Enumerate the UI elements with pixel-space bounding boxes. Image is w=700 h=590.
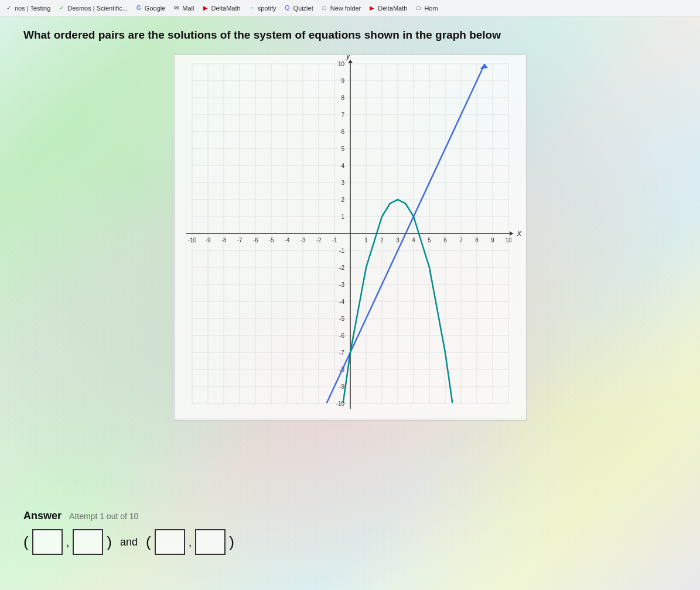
bookmark-desmos[interactable]: ✓ Desmos | Scientific... xyxy=(57,4,128,12)
bookmark-label-home: Hom xyxy=(424,5,438,12)
main-content: What ordered pairs are the solutions of … xyxy=(0,16,700,590)
bookmark-deltamath2[interactable]: ▶ DeltaMath xyxy=(368,4,407,12)
svg-text:-3: -3 xyxy=(339,282,344,288)
answer-box-1[interactable] xyxy=(32,529,63,555)
svg-text:5: 5 xyxy=(341,146,344,152)
svg-text:-1: -1 xyxy=(332,237,337,243)
svg-text:-8: -8 xyxy=(221,237,226,243)
answer-inputs: ( , ) and ( , ) xyxy=(23,529,234,555)
svg-text:-4: -4 xyxy=(284,237,289,243)
svg-text:-9: -9 xyxy=(205,237,210,243)
answer-input-1[interactable] xyxy=(33,530,62,554)
open-paren-1: ( xyxy=(23,534,29,550)
svg-text:8: 8 xyxy=(475,237,479,243)
answer-input-4[interactable] xyxy=(196,530,224,554)
svg-text:-5: -5 xyxy=(339,315,344,322)
answer-text: Answer xyxy=(23,510,62,522)
bookmark-icon-deltamath1: ▶ xyxy=(202,4,210,12)
bookmark-icon-home: □ xyxy=(414,4,422,12)
svg-text:-4: -4 xyxy=(339,299,344,305)
bookmark-label-newfolder: New folder xyxy=(330,5,361,12)
bookmark-label-mail: Mail xyxy=(182,5,194,12)
bookmark-label-desmos: Desmos | Scientific... xyxy=(67,5,128,12)
open-paren-2: ( xyxy=(146,534,151,550)
svg-text:3: 3 xyxy=(341,180,344,186)
svg-text:9: 9 xyxy=(491,237,494,243)
coordinate-graph: x y -10 -9 -8 -7 -6 -5 -4 -3 -2 -1 1 2 xyxy=(175,55,526,418)
answer-box-4[interactable] xyxy=(195,529,226,555)
bookmark-deltamath1[interactable]: ▶ DeltaMath xyxy=(202,4,241,12)
svg-text:-6: -6 xyxy=(339,332,344,339)
svg-text:2: 2 xyxy=(380,237,384,243)
svg-text:10: 10 xyxy=(505,237,512,243)
svg-text:2: 2 xyxy=(341,197,344,203)
svg-text:6: 6 xyxy=(341,129,344,135)
bookmark-icon-deltamath2: ▶ xyxy=(368,4,376,12)
bookmark-label-deltamath2: DeltaMath xyxy=(378,5,407,12)
graph-wrapper: x y -10 -9 -8 -7 -6 -5 -4 -3 -2 -1 1 2 xyxy=(174,54,527,421)
attempt-text: Attempt 1 out of 10 xyxy=(69,512,138,521)
bookmark-label-testing: nos | Testing xyxy=(15,5,50,12)
question-text: What ordered pairs are the solutions of … xyxy=(23,28,677,43)
bookmark-newfolder[interactable]: □ New folder xyxy=(320,4,361,12)
svg-text:-2: -2 xyxy=(316,237,321,243)
answer-section: Answer Attempt 1 out of 10 ( , ) and ( , xyxy=(23,510,234,555)
close-paren-2: ) xyxy=(229,534,234,550)
svg-text:4: 4 xyxy=(412,237,415,243)
bookmark-icon-quizlet: Q xyxy=(283,4,291,12)
svg-text:5: 5 xyxy=(428,237,431,243)
bookmark-icon-mail: ✉ xyxy=(172,4,180,12)
svg-text:7: 7 xyxy=(341,112,344,118)
x-axis-label: x xyxy=(517,228,522,238)
svg-text:-9: -9 xyxy=(339,383,344,390)
bookmark-label-quizlet: Quizlet xyxy=(293,5,313,12)
bookmark-label-deltamath1: DeltaMath xyxy=(211,5,241,12)
bookmark-home[interactable]: □ Hom xyxy=(414,4,438,12)
svg-text:-3: -3 xyxy=(300,237,305,243)
close-paren-1: ) xyxy=(107,534,112,550)
graph-container: x y -10 -9 -8 -7 -6 -5 -4 -3 -2 -1 1 2 xyxy=(23,54,677,421)
bookmark-icon-spotify: ○ xyxy=(248,4,256,12)
svg-text:3: 3 xyxy=(396,237,399,243)
answer-label: Answer Attempt 1 out of 10 xyxy=(23,510,234,522)
svg-text:7: 7 xyxy=(459,237,463,243)
bookmark-label-google: Google xyxy=(145,5,165,12)
comma-1: , xyxy=(66,536,70,549)
answer-input-2[interactable] xyxy=(74,530,102,554)
bookmark-spotify[interactable]: ○ spotify xyxy=(248,4,276,12)
svg-text:-6: -6 xyxy=(252,237,258,243)
svg-text:9: 9 xyxy=(341,78,344,84)
svg-text:-5: -5 xyxy=(268,237,274,243)
svg-text:6: 6 xyxy=(443,237,447,243)
svg-text:1: 1 xyxy=(341,214,344,220)
comma-2: , xyxy=(189,536,192,549)
svg-text:-7: -7 xyxy=(339,349,344,356)
bookmark-mail[interactable]: ✉ Mail xyxy=(172,4,194,12)
answer-box-2[interactable] xyxy=(73,529,103,555)
bookmarks-bar: ✓ nos | Testing ✓ Desmos | Scientific...… xyxy=(0,0,700,16)
y-axis-label: y xyxy=(346,55,351,60)
bookmark-quizlet[interactable]: Q Quizlet xyxy=(283,4,313,12)
bookmark-icon-desmos: ✓ xyxy=(57,4,66,12)
answer-input-3[interactable] xyxy=(156,530,184,554)
bookmark-google[interactable]: G Google xyxy=(135,4,165,12)
bookmark-testing[interactable]: ✓ nos | Testing xyxy=(5,4,50,12)
svg-text:8: 8 xyxy=(341,95,344,101)
svg-text:10: 10 xyxy=(337,61,344,67)
svg-text:-10: -10 xyxy=(187,237,196,243)
bookmark-icon-testing: ✓ xyxy=(5,4,13,12)
and-text: and xyxy=(120,536,138,548)
bookmark-icon-google: G xyxy=(135,4,143,12)
svg-text:-2: -2 xyxy=(339,265,344,271)
bookmark-icon-newfolder: □ xyxy=(320,4,329,12)
svg-text:-1: -1 xyxy=(339,248,344,254)
bookmark-label-spotify: spotify xyxy=(258,5,276,12)
svg-text:-7: -7 xyxy=(237,237,242,243)
answer-box-3[interactable] xyxy=(155,529,185,555)
svg-text:1: 1 xyxy=(364,237,368,243)
svg-text:4: 4 xyxy=(341,163,344,169)
